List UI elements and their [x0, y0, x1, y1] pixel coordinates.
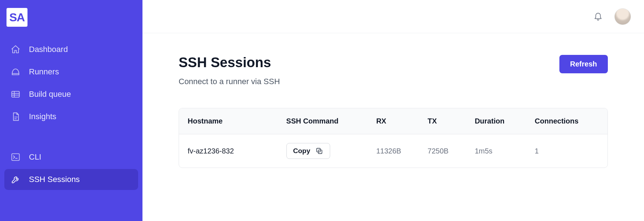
nav-group-main: Dashboard Runners Build queue Insights: [4, 39, 138, 127]
document-icon: [10, 111, 21, 122]
page-title: SSH Sessions: [179, 55, 280, 70]
svg-rect-6: [12, 154, 20, 161]
server-icon: [10, 66, 21, 77]
page-subtitle: Connect to a runner via SSH: [179, 77, 280, 86]
copy-ssh-button[interactable]: Copy: [286, 143, 330, 159]
sidebar-item-label: SSH Sessions: [29, 175, 80, 184]
sidebar-item-runners[interactable]: Runners: [4, 61, 138, 82]
col-tx: TX: [419, 108, 466, 134]
sidebar-item-label: CLI: [29, 152, 41, 162]
table-header-row: Hostname SSH Command RX TX Duration Conn…: [179, 108, 607, 134]
col-hostname: Hostname: [179, 108, 278, 134]
notifications-button[interactable]: [593, 11, 604, 22]
refresh-button[interactable]: Refresh: [559, 55, 608, 73]
copy-label: Copy: [293, 147, 311, 155]
bell-icon: [593, 11, 603, 22]
nav-group-secondary: CLI SSH Sessions: [4, 147, 138, 190]
sidebar-item-build-queue[interactable]: Build queue: [4, 84, 138, 105]
cell-hostname: fv-az1236-832: [179, 134, 278, 168]
sidebar-item-label: Dashboard: [29, 45, 68, 54]
sidebar: SA Dashboard Runners Build queue: [0, 0, 142, 221]
col-duration: Duration: [466, 108, 526, 134]
sidebar-item-label: Runners: [29, 67, 59, 77]
cell-ssh-command: Copy: [278, 134, 368, 168]
home-icon: [10, 44, 21, 55]
col-connections: Connections: [526, 108, 607, 134]
col-rx: RX: [367, 108, 419, 134]
cell-rx: 11326B: [367, 134, 419, 168]
sessions-table: Hostname SSH Command RX TX Duration Conn…: [179, 108, 608, 168]
sidebar-item-cli[interactable]: CLI: [4, 147, 138, 168]
sidebar-item-ssh-sessions[interactable]: SSH Sessions: [4, 169, 138, 190]
main: SSH Sessions Connect to a runner via SSH…: [142, 0, 644, 221]
sidebar-item-label: Build queue: [29, 90, 71, 99]
avatar[interactable]: [614, 8, 631, 25]
sidebar-item-label: Insights: [29, 112, 56, 121]
col-ssh-command: SSH Command: [278, 108, 368, 134]
content: SSH Sessions Connect to a runner via SSH…: [142, 33, 644, 168]
wrench-icon: [10, 174, 21, 185]
app-logo[interactable]: SA: [7, 8, 27, 27]
cell-tx: 7250B: [419, 134, 466, 168]
cell-duration: 1m5s: [466, 134, 526, 168]
sidebar-item-dashboard[interactable]: Dashboard: [4, 39, 138, 60]
terminal-icon: [10, 152, 21, 162]
page-header: SSH Sessions Connect to a runner via SSH…: [179, 55, 608, 86]
table-row: fv-az1236-832 Copy 11326B 7250B: [179, 134, 607, 168]
queue-icon: [10, 89, 21, 100]
cell-connections: 1: [526, 134, 607, 168]
svg-rect-0: [12, 91, 20, 97]
copy-icon: [315, 147, 323, 155]
topbar: [142, 0, 644, 33]
sidebar-item-insights[interactable]: Insights: [4, 106, 138, 127]
